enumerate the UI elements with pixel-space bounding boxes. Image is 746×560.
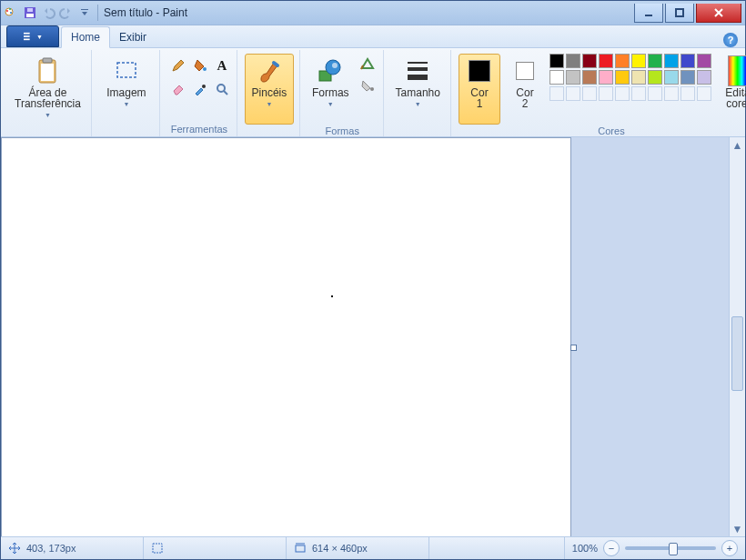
color-swatch[interactable] xyxy=(631,54,646,68)
custom-color-slot[interactable] xyxy=(582,86,597,101)
canvas[interactable] xyxy=(1,137,571,536)
color-swatch[interactable] xyxy=(549,70,564,85)
shapes-label: Formas xyxy=(312,87,349,98)
custom-color-slot[interactable] xyxy=(599,86,613,101)
quick-access-toolbar xyxy=(5,5,92,20)
scroll-down-icon[interactable]: ▼ xyxy=(730,521,745,536)
custom-color-slot[interactable] xyxy=(697,86,711,101)
edit-colors-label: Editar cores xyxy=(725,87,746,109)
chevron-down-icon: ▼ xyxy=(45,110,51,121)
svg-point-0 xyxy=(5,8,13,15)
chevron-down-icon: ▼ xyxy=(328,99,334,110)
scroll-thumb[interactable] xyxy=(731,316,743,391)
svg-point-18 xyxy=(202,85,206,88)
color-swatch[interactable] xyxy=(648,54,662,68)
color-swatch[interactable] xyxy=(582,54,597,68)
custom-color-slot[interactable] xyxy=(566,86,580,101)
svg-rect-24 xyxy=(408,62,428,64)
status-selection-size xyxy=(144,537,287,559)
color-picker-tool[interactable] xyxy=(189,77,211,101)
color-swatch[interactable] xyxy=(566,70,580,85)
color-swatch[interactable] xyxy=(680,70,695,85)
size-label: Tamanho xyxy=(396,87,440,98)
color-swatch[interactable] xyxy=(615,70,630,85)
paste-button[interactable]: Área de Transferência ▼ xyxy=(10,54,86,125)
custom-color-slot[interactable] xyxy=(680,86,695,101)
custom-color-slot[interactable] xyxy=(549,86,564,101)
select-button[interactable]: Imagem ▼ xyxy=(99,54,154,125)
edit-colors-button[interactable]: Editar cores xyxy=(715,54,746,125)
redo-icon[interactable] xyxy=(59,5,74,20)
color-swatch[interactable] xyxy=(599,70,613,85)
help-button[interactable]: ? xyxy=(723,33,738,47)
group-label: Cores xyxy=(598,125,624,136)
color1-label: Cor 1 xyxy=(470,87,488,109)
custom-color-slot[interactable] xyxy=(648,86,662,101)
fill-tool[interactable] xyxy=(189,54,211,77)
color-swatch[interactable] xyxy=(582,70,597,85)
custom-color-slot[interactable] xyxy=(615,86,630,101)
status-canvas-size: 614 × 460px xyxy=(287,537,429,559)
title-bar[interactable]: Sem título - Paint xyxy=(1,1,745,25)
scroll-up-icon[interactable]: ▲ xyxy=(730,137,745,153)
brushes-button[interactable]: Pincéis ▼ xyxy=(245,54,294,125)
window-title: Sem título - Paint xyxy=(104,6,187,19)
color-swatch[interactable] xyxy=(631,70,646,85)
save-icon[interactable] xyxy=(23,5,37,20)
tab-home[interactable]: Home xyxy=(61,26,110,48)
tab-view[interactable]: Exibir xyxy=(110,27,156,47)
size-button[interactable]: Tamanho ▼ xyxy=(391,54,445,125)
zoom-in-button[interactable]: + xyxy=(721,540,738,556)
svg-rect-9 xyxy=(676,9,683,16)
color-swatch[interactable] xyxy=(664,54,679,68)
group-colors: Cor 1 Cor 2 Editar cores Cores xyxy=(453,50,746,136)
clipboard-icon xyxy=(33,56,62,85)
color2-button[interactable]: Cor 2 xyxy=(504,54,546,125)
custom-color-slot[interactable] xyxy=(631,86,646,101)
vertical-scrollbar[interactable]: ▲ ▼ xyxy=(729,137,745,536)
color-swatch[interactable] xyxy=(697,70,711,85)
color-swatch[interactable] xyxy=(599,54,613,68)
file-menu-button[interactable]: ▼ xyxy=(6,25,59,47)
zoom-slider[interactable] xyxy=(625,546,716,550)
svg-rect-26 xyxy=(408,75,428,80)
magnifier-tool[interactable] xyxy=(211,77,233,101)
zoom-control: 100% − + xyxy=(565,540,745,556)
shapes-gallery-button[interactable]: Formas ▼ xyxy=(307,54,354,125)
resize-handle-right[interactable] xyxy=(570,345,577,351)
pencil-tool[interactable] xyxy=(167,54,189,77)
zoom-slider-thumb[interactable] xyxy=(669,543,678,555)
shape-outline-button[interactable] xyxy=(358,54,378,74)
zoom-out-button[interactable]: − xyxy=(603,540,620,556)
group-tools: A Ferramentas xyxy=(162,50,237,136)
svg-rect-11 xyxy=(24,35,30,37)
text-tool[interactable]: A xyxy=(211,54,233,77)
ribbon: Área de Transferência ▼ Imagem ▼ xyxy=(1,48,745,137)
color-swatch[interactable] xyxy=(615,54,630,68)
color-swatch[interactable] xyxy=(549,54,564,68)
undo-icon[interactable] xyxy=(41,5,55,20)
svg-rect-10 xyxy=(24,33,30,35)
custom-color-slot[interactable] xyxy=(664,86,679,101)
chevron-down-icon: ▼ xyxy=(123,99,129,110)
group-image: Imagem ▼ xyxy=(94,50,160,136)
qat-dropdown-icon[interactable] xyxy=(77,5,92,20)
eraser-tool[interactable] xyxy=(167,77,189,101)
color-swatch[interactable] xyxy=(680,54,695,68)
color-swatch[interactable] xyxy=(566,54,580,68)
close-button[interactable] xyxy=(696,4,741,23)
group-brushes: Pincéis ▼ xyxy=(239,50,300,136)
svg-point-2 xyxy=(9,8,11,10)
color1-button[interactable]: Cor 1 xyxy=(459,54,500,125)
color-swatch[interactable] xyxy=(648,70,662,85)
group-clipboard: Área de Transferência ▼ xyxy=(5,50,92,136)
shape-fill-button[interactable] xyxy=(358,75,378,95)
color-swatch[interactable] xyxy=(664,70,679,85)
scroll-track[interactable] xyxy=(730,153,745,521)
svg-point-19 xyxy=(217,85,225,92)
canvas-viewport[interactable] xyxy=(1,137,729,536)
maximize-button[interactable] xyxy=(665,4,694,23)
color-swatch[interactable] xyxy=(697,54,711,68)
svg-rect-14 xyxy=(43,58,52,63)
minimize-button[interactable] xyxy=(634,4,663,23)
